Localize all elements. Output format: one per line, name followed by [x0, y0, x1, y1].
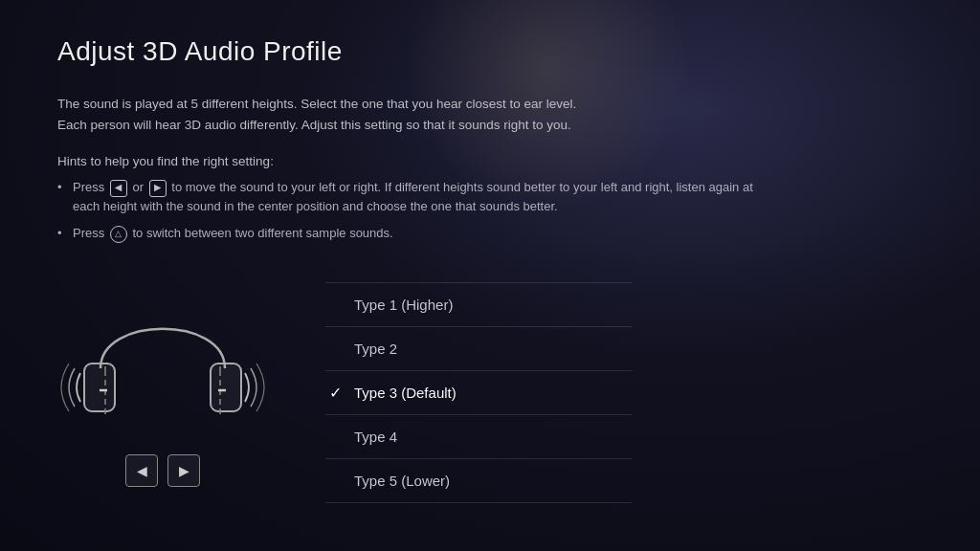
type-item-4[interactable]: Type 4 [325, 415, 632, 459]
page-content: Adjust 3D Audio Profile The sound is pla… [0, 0, 980, 532]
description: The sound is played at 5 different heigh… [57, 94, 727, 135]
main-area: ◀ ▶ Type 1 (Higher)Type 2✓Type 3 (Defaul… [57, 273, 923, 503]
hint-item-2: Press △ to switch between two different … [57, 224, 775, 243]
desc-line1: The sound is played at 5 different heigh… [57, 97, 576, 111]
nav-arrows: ◀ ▶ [125, 454, 200, 487]
dpad-left-icon: ◀ [110, 180, 127, 197]
hint1-text: to move the sound to your left or right.… [73, 180, 753, 213]
headphone-area: ◀ ▶ [57, 273, 268, 487]
nav-right-button[interactable]: ▶ [167, 454, 200, 487]
hint-item-1: Press ◀ or ▶ to move the sound to your l… [57, 178, 775, 216]
type-item-label: Type 4 [354, 429, 397, 445]
desc-line2: Each person will hear 3D audio different… [57, 118, 571, 132]
hints-title: Hints to help you find the right setting… [57, 154, 923, 168]
type-item-1[interactable]: Type 1 (Higher) [325, 282, 632, 327]
svg-rect-1 [211, 364, 241, 411]
hint2-text: to switch between two different sample s… [132, 226, 392, 240]
headphone-illustration [57, 273, 268, 445]
type-item-label: Type 5 (Lower) [354, 473, 450, 489]
type-item-label: Type 2 [354, 341, 397, 357]
hint1-press: Press [73, 180, 104, 194]
dpad-right-icon: ▶ [149, 180, 167, 197]
check-icon: ✓ [329, 384, 342, 402]
type-item-5[interactable]: Type 5 (Lower) [325, 459, 632, 503]
type-item-label: Type 3 (Default) [354, 385, 457, 401]
svg-rect-0 [84, 364, 115, 411]
triangle-icon: △ [110, 226, 127, 243]
page-title: Adjust 3D Audio Profile [57, 36, 923, 67]
nav-left-button[interactable]: ◀ [125, 454, 158, 487]
hints-list: Press ◀ or ▶ to move the sound to your l… [57, 178, 775, 243]
type-list: Type 1 (Higher)Type 2✓Type 3 (Default)Ty… [325, 273, 632, 503]
hint1-or: or [132, 180, 146, 194]
type-item-label: Type 1 (Higher) [354, 297, 453, 313]
hint2-press: Press [73, 226, 104, 240]
type-item-3[interactable]: ✓Type 3 (Default) [325, 371, 632, 415]
type-item-2[interactable]: Type 2 [325, 327, 632, 371]
